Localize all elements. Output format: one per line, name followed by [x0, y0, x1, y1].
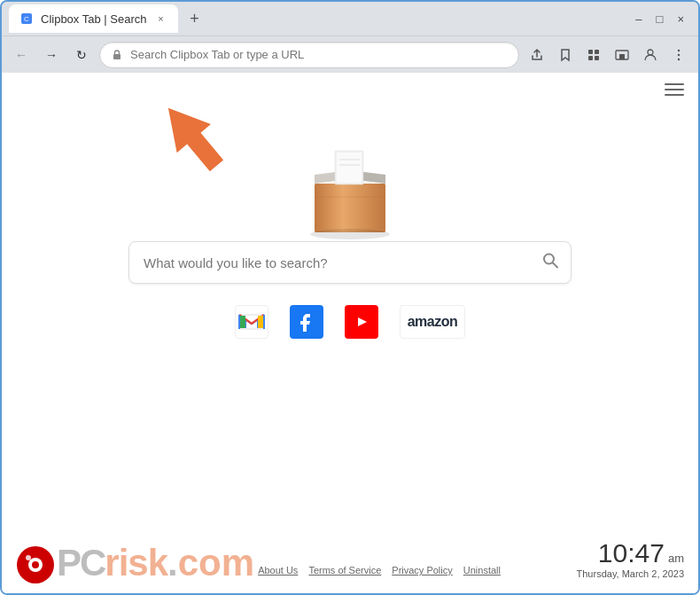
amazon-link[interactable]: amazon	[400, 305, 466, 339]
toolbar-right	[525, 43, 691, 67]
footer-links: About Us Terms of Service Privacy Policy…	[258, 565, 501, 584]
search-container	[128, 241, 572, 284]
amazon-label: amazon	[408, 314, 458, 330]
svg-point-12	[678, 58, 680, 59]
active-tab[interactable]: C Clipbox Tab | Search ×	[9, 4, 178, 33]
gmail-link[interactable]	[235, 305, 268, 339]
svg-rect-2	[113, 54, 121, 59]
svg-rect-28	[258, 316, 263, 328]
footer-uninstall-link[interactable]: Uninstall	[463, 565, 501, 575]
bookmark-icon[interactable]	[553, 43, 578, 67]
youtube-link[interactable]	[345, 305, 378, 339]
footer-tos-link[interactable]: Terms of Service	[308, 565, 381, 575]
footer-privacy-link[interactable]: Privacy Policy	[392, 565, 452, 575]
browser-frame: C Clipbox Tab | Search × + – □ × ← → ↻	[0, 0, 700, 595]
profile-icon[interactable]	[638, 43, 663, 67]
lock-icon	[111, 49, 123, 61]
cast-icon[interactable]	[610, 43, 634, 67]
svg-rect-19	[337, 153, 362, 183]
svg-point-9	[648, 50, 653, 55]
minimize-button[interactable]: –	[635, 12, 642, 26]
tab-title: Clipbox Tab | Search	[41, 12, 146, 26]
footer-about-link[interactable]: About Us	[258, 565, 298, 575]
back-button[interactable]: ←	[9, 43, 34, 67]
address-input[interactable]	[130, 48, 508, 61]
quick-links: amazon	[235, 305, 466, 339]
svg-rect-15	[315, 184, 385, 232]
tab-favicon: C	[19, 12, 34, 26]
svg-rect-6	[595, 56, 599, 60]
clock-ampm: am	[668, 552, 684, 565]
pcrisk-icon	[16, 545, 55, 584]
facebook-link[interactable]	[290, 305, 323, 339]
svg-rect-5	[588, 56, 593, 60]
logo-container	[292, 126, 408, 241]
pc-text: PC	[57, 542, 105, 584]
window-controls: – □ ×	[635, 12, 691, 26]
svg-rect-4	[595, 50, 599, 54]
svg-point-11	[678, 53, 680, 55]
page-footer: PC risk . com About Us Terms of Service …	[2, 522, 698, 593]
svg-text:C: C	[24, 15, 29, 23]
svg-marker-13	[152, 94, 234, 180]
browser-menu-icon[interactable]	[666, 43, 691, 67]
svg-rect-8	[619, 54, 625, 59]
clock-date: Thursday, March 2, 2023	[577, 568, 684, 579]
extensions-icon[interactable]	[581, 43, 606, 67]
search-input[interactable]	[128, 241, 572, 284]
browser-toolbar: ← → ↻	[2, 35, 698, 73]
svg-point-34	[26, 555, 31, 560]
risk-text: risk	[105, 542, 167, 584]
svg-rect-3	[588, 50, 593, 54]
new-tab-button[interactable]: +	[182, 6, 206, 31]
search-button[interactable]	[541, 252, 559, 274]
page-content: amazon PC risk . com	[2, 73, 698, 593]
clipbox-illustration	[292, 126, 408, 241]
svg-rect-27	[240, 316, 245, 328]
address-bar[interactable]	[99, 42, 519, 68]
domain-dot: .	[167, 542, 178, 584]
close-window-button[interactable]: ×	[677, 12, 684, 26]
svg-line-25	[553, 263, 557, 268]
svg-point-22	[310, 229, 390, 239]
refresh-button[interactable]: ↻	[69, 43, 94, 67]
clock-time: 10:47	[598, 538, 665, 568]
hamburger-menu[interactable]	[665, 83, 684, 96]
maximize-button[interactable]: □	[657, 12, 664, 26]
domain-com: com	[178, 542, 254, 584]
svg-point-10	[678, 49, 680, 51]
share-icon[interactable]	[525, 43, 549, 67]
clock-area: 10:47 am Thursday, March 2, 2023	[577, 538, 684, 584]
arrow-indicator	[144, 89, 250, 199]
svg-point-33	[32, 561, 39, 568]
title-bar: C Clipbox Tab | Search × + – □ ×	[2, 2, 698, 35]
tab-close-button[interactable]: ×	[153, 12, 167, 26]
forward-button[interactable]: →	[39, 43, 64, 67]
